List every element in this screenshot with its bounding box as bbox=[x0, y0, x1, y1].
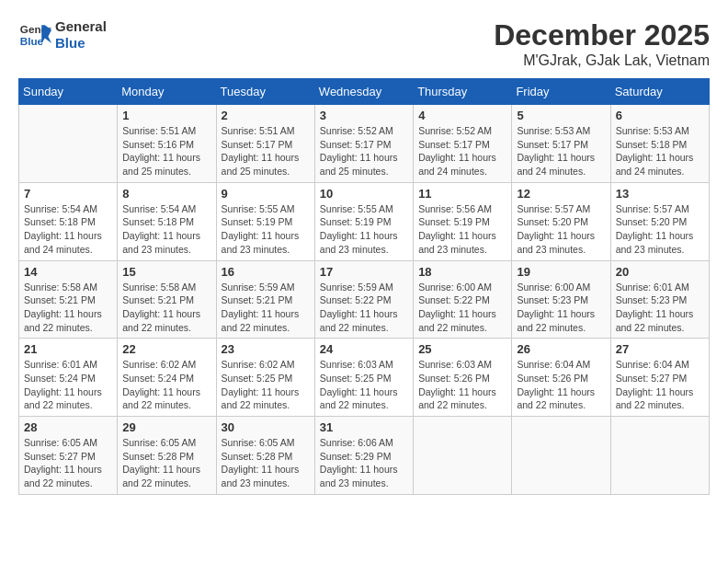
day-number: 3 bbox=[320, 109, 408, 122]
week-row-3: 14Sunrise: 5:58 AM Sunset: 5:21 PM Dayli… bbox=[19, 260, 710, 339]
calendar-cell bbox=[19, 105, 118, 183]
calendar-cell: 23Sunrise: 6:02 AM Sunset: 5:25 PM Dayli… bbox=[216, 339, 314, 417]
day-info: Sunrise: 6:03 AM Sunset: 5:25 PM Dayligh… bbox=[320, 358, 408, 412]
day-number: 5 bbox=[517, 109, 605, 122]
day-number: 28 bbox=[24, 420, 112, 434]
day-info: Sunrise: 6:04 AM Sunset: 5:26 PM Dayligh… bbox=[517, 358, 605, 412]
header-day-saturday: Saturday bbox=[610, 79, 709, 105]
day-number: 15 bbox=[122, 265, 210, 279]
day-number: 31 bbox=[320, 420, 408, 434]
svg-text:Blue: Blue bbox=[20, 35, 44, 47]
day-info: Sunrise: 6:05 AM Sunset: 5:27 PM Dayligh… bbox=[24, 436, 112, 490]
day-number: 29 bbox=[122, 420, 210, 434]
day-number: 30 bbox=[222, 420, 310, 434]
calendar-header-row: SundayMondayTuesdayWednesdayThursdayFrid… bbox=[19, 79, 710, 105]
calendar-cell bbox=[512, 417, 610, 495]
day-info: Sunrise: 5:59 AM Sunset: 5:21 PM Dayligh… bbox=[222, 281, 310, 335]
calendar-cell bbox=[414, 417, 512, 495]
header-day-wednesday: Wednesday bbox=[314, 79, 413, 105]
calendar-cell: 6Sunrise: 5:53 AM Sunset: 5:18 PM Daylig… bbox=[610, 105, 709, 183]
calendar-cell: 15Sunrise: 5:58 AM Sunset: 5:21 PM Dayli… bbox=[118, 260, 216, 339]
calendar-cell: 25Sunrise: 6:03 AM Sunset: 5:26 PM Dayli… bbox=[414, 339, 512, 417]
day-number: 8 bbox=[122, 187, 210, 201]
day-info: Sunrise: 5:58 AM Sunset: 5:21 PM Dayligh… bbox=[24, 281, 112, 335]
calendar-cell: 22Sunrise: 6:02 AM Sunset: 5:24 PM Dayli… bbox=[118, 339, 216, 417]
day-info: Sunrise: 6:01 AM Sunset: 5:24 PM Dayligh… bbox=[24, 358, 112, 412]
day-number: 25 bbox=[418, 342, 506, 356]
day-info: Sunrise: 5:53 AM Sunset: 5:17 PM Dayligh… bbox=[517, 124, 605, 178]
day-number: 18 bbox=[418, 265, 506, 279]
day-info: Sunrise: 6:05 AM Sunset: 5:28 PM Dayligh… bbox=[122, 436, 210, 490]
day-number: 13 bbox=[616, 187, 704, 201]
day-info: Sunrise: 5:51 AM Sunset: 5:17 PM Dayligh… bbox=[222, 124, 310, 178]
day-info: Sunrise: 6:02 AM Sunset: 5:24 PM Dayligh… bbox=[122, 358, 210, 412]
day-info: Sunrise: 5:55 AM Sunset: 5:19 PM Dayligh… bbox=[320, 202, 408, 257]
calendar-cell: 30Sunrise: 6:05 AM Sunset: 5:28 PM Dayli… bbox=[216, 417, 314, 495]
calendar-table: SundayMondayTuesdayWednesdayThursdayFrid… bbox=[18, 78, 710, 495]
calendar-cell: 8Sunrise: 5:54 AM Sunset: 5:18 PM Daylig… bbox=[118, 182, 216, 260]
day-info: Sunrise: 6:06 AM Sunset: 5:29 PM Dayligh… bbox=[320, 436, 408, 490]
calendar-cell: 27Sunrise: 6:04 AM Sunset: 5:27 PM Dayli… bbox=[610, 339, 709, 417]
logo: General Blue General Blue bbox=[18, 18, 107, 52]
logo-icon: General Blue bbox=[18, 18, 51, 52]
day-number: 23 bbox=[222, 342, 310, 356]
day-info: Sunrise: 5:58 AM Sunset: 5:21 PM Dayligh… bbox=[122, 281, 210, 335]
page-title: December 2025 bbox=[494, 18, 710, 52]
day-info: Sunrise: 5:52 AM Sunset: 5:17 PM Dayligh… bbox=[320, 124, 408, 178]
day-number: 14 bbox=[24, 265, 112, 279]
day-number: 17 bbox=[320, 265, 408, 279]
day-number: 4 bbox=[418, 109, 506, 122]
header-day-thursday: Thursday bbox=[414, 79, 512, 105]
day-number: 21 bbox=[24, 342, 112, 356]
header-day-tuesday: Tuesday bbox=[216, 79, 314, 105]
day-info: Sunrise: 6:00 AM Sunset: 5:23 PM Dayligh… bbox=[517, 281, 605, 335]
day-number: 27 bbox=[616, 342, 704, 356]
calendar-cell: 20Sunrise: 6:01 AM Sunset: 5:23 PM Dayli… bbox=[610, 260, 709, 339]
day-info: Sunrise: 5:54 AM Sunset: 5:18 PM Dayligh… bbox=[122, 202, 210, 257]
calendar-cell: 4Sunrise: 5:52 AM Sunset: 5:17 PM Daylig… bbox=[414, 105, 512, 183]
day-info: Sunrise: 5:51 AM Sunset: 5:16 PM Dayligh… bbox=[122, 124, 210, 178]
calendar-cell: 10Sunrise: 5:55 AM Sunset: 5:19 PM Dayli… bbox=[314, 182, 413, 260]
day-number: 16 bbox=[222, 265, 310, 279]
header-day-sunday: Sunday bbox=[19, 79, 118, 105]
calendar-cell: 28Sunrise: 6:05 AM Sunset: 5:27 PM Dayli… bbox=[19, 417, 118, 495]
calendar-cell: 12Sunrise: 5:57 AM Sunset: 5:20 PM Dayli… bbox=[512, 182, 610, 260]
calendar-cell: 17Sunrise: 5:59 AM Sunset: 5:22 PM Dayli… bbox=[314, 260, 413, 339]
calendar-cell: 13Sunrise: 5:57 AM Sunset: 5:20 PM Dayli… bbox=[610, 182, 709, 260]
day-info: Sunrise: 6:00 AM Sunset: 5:22 PM Dayligh… bbox=[418, 281, 506, 335]
calendar-cell: 21Sunrise: 6:01 AM Sunset: 5:24 PM Dayli… bbox=[19, 339, 118, 417]
calendar-cell: 18Sunrise: 6:00 AM Sunset: 5:22 PM Dayli… bbox=[414, 260, 512, 339]
day-info: Sunrise: 5:55 AM Sunset: 5:19 PM Dayligh… bbox=[222, 202, 310, 257]
calendar-cell: 2Sunrise: 5:51 AM Sunset: 5:17 PM Daylig… bbox=[216, 105, 314, 183]
calendar-cell: 14Sunrise: 5:58 AM Sunset: 5:21 PM Dayli… bbox=[19, 260, 118, 339]
day-number: 1 bbox=[122, 109, 210, 122]
page-subtitle: M'GJrak, GJak Lak, Vietnam bbox=[494, 52, 710, 69]
week-row-5: 28Sunrise: 6:05 AM Sunset: 5:27 PM Dayli… bbox=[19, 417, 710, 495]
day-number: 24 bbox=[320, 342, 408, 356]
calendar-cell: 1Sunrise: 5:51 AM Sunset: 5:16 PM Daylig… bbox=[118, 105, 216, 183]
week-row-2: 7Sunrise: 5:54 AM Sunset: 5:18 PM Daylig… bbox=[19, 182, 710, 260]
day-info: Sunrise: 5:57 AM Sunset: 5:20 PM Dayligh… bbox=[517, 202, 605, 257]
calendar-cell: 3Sunrise: 5:52 AM Sunset: 5:17 PM Daylig… bbox=[314, 105, 413, 183]
day-info: Sunrise: 6:04 AM Sunset: 5:27 PM Dayligh… bbox=[616, 358, 704, 412]
day-number: 20 bbox=[616, 265, 704, 279]
header-day-monday: Monday bbox=[118, 79, 216, 105]
calendar-cell: 5Sunrise: 5:53 AM Sunset: 5:17 PM Daylig… bbox=[512, 105, 610, 183]
calendar-cell bbox=[610, 417, 709, 495]
title-block: December 2025 M'GJrak, GJak Lak, Vietnam bbox=[494, 18, 710, 69]
day-info: Sunrise: 5:52 AM Sunset: 5:17 PM Dayligh… bbox=[418, 124, 506, 178]
calendar-cell: 9Sunrise: 5:55 AM Sunset: 5:19 PM Daylig… bbox=[216, 182, 314, 260]
logo-blue: Blue bbox=[55, 35, 107, 52]
calendar-cell: 19Sunrise: 6:00 AM Sunset: 5:23 PM Dayli… bbox=[512, 260, 610, 339]
week-row-4: 21Sunrise: 6:01 AM Sunset: 5:24 PM Dayli… bbox=[19, 339, 710, 417]
day-number: 6 bbox=[616, 109, 704, 122]
day-info: Sunrise: 6:01 AM Sunset: 5:23 PM Dayligh… bbox=[616, 281, 704, 335]
day-info: Sunrise: 5:57 AM Sunset: 5:20 PM Dayligh… bbox=[616, 202, 704, 257]
day-number: 7 bbox=[24, 187, 112, 201]
week-row-1: 1Sunrise: 5:51 AM Sunset: 5:16 PM Daylig… bbox=[19, 105, 710, 183]
page-header: General Blue General Blue December 2025 … bbox=[18, 18, 710, 69]
calendar-cell: 16Sunrise: 5:59 AM Sunset: 5:21 PM Dayli… bbox=[216, 260, 314, 339]
day-info: Sunrise: 6:03 AM Sunset: 5:26 PM Dayligh… bbox=[418, 358, 506, 412]
day-info: Sunrise: 6:05 AM Sunset: 5:28 PM Dayligh… bbox=[222, 436, 310, 490]
calendar-cell: 29Sunrise: 6:05 AM Sunset: 5:28 PM Dayli… bbox=[118, 417, 216, 495]
